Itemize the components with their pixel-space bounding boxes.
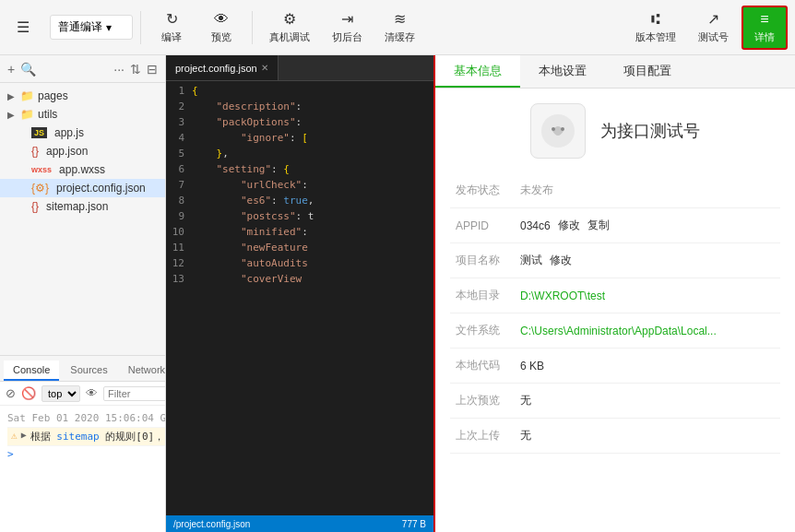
appid-copy-link[interactable]: 复制 [587, 218, 610, 233]
add-file-icon[interactable]: + [7, 62, 15, 77]
code-line-3: 3 "packOptions": [166, 116, 433, 132]
editor-tab-project-config[interactable]: project.config.json ✕ [166, 55, 279, 80]
console-log-item-2: ⚠ ▶ 根据 sitemap 的规则[0]，当前页面 [pages/index/… [7, 428, 166, 446]
appid-edit-link[interactable]: 修改 [558, 218, 580, 233]
code-size-value: 6 KB [515, 349, 780, 384]
tree-item-utils-label: utils [38, 108, 57, 121]
info-panel: 基本信息 本地设置 项目配置 为接口测试号 发布状态 [433, 55, 795, 532]
compile-label: 编译 [161, 30, 182, 44]
tree-item-appjs-label: app.js [54, 126, 84, 139]
info-content: 为接口测试号 发布状态 未发布 APPID 034c6 修改 复制 [435, 89, 795, 532]
tree-item-pages-label: pages [38, 89, 68, 102]
info-tab-local[interactable]: 本地设置 [520, 55, 605, 88]
version-label: 版本管理 [635, 30, 676, 44]
code-line-10: 10 "minified": [166, 226, 433, 242]
main-toolbar: ☰ 普通编译 ▾ ↻ 编译 👁 预览 ⚙ 真机调试 ⇥ 切后台 ≋ 清缓存 ⑆ … [0, 0, 795, 55]
version-button[interactable]: ⑆ 版本管理 [626, 7, 685, 48]
code-line-1: 1 { [166, 85, 433, 100]
bottom-console-panel: Console Sources Network Security AppData… [0, 355, 166, 532]
log-message-2: 根据 sitemap 的规则[0]，当前页面 [pages/index/inde… [30, 430, 166, 443]
miniprogram-icon [540, 112, 576, 149]
info-row-last-upload: 上次上传 无 [450, 419, 780, 454]
file-tree-toolbar: + 🔍 ··· ⇅ ⊟ [0, 55, 165, 83]
console-tab-network[interactable]: Network [119, 361, 166, 381]
clear-cache-button[interactable]: ≋ 清缓存 [375, 6, 424, 48]
local-dir-value[interactable]: D:\WXROOT\test [515, 278, 780, 313]
code-line-7: 7 "urlCheck": [166, 179, 433, 195]
tree-item-appwxss-label: app.wxss [59, 163, 105, 176]
tree-item-app-js[interactable]: JS app.js [0, 124, 165, 142]
context-select[interactable]: top [42, 385, 80, 402]
toolbar-left-section: ☰ [7, 15, 39, 40]
code-editor[interactable]: 1 { 2 "description": 3 "packOptions": 4 … [166, 81, 433, 515]
info-row-appid: APPID 034c6 修改 复制 [450, 208, 780, 243]
info-tabs: 基本信息 本地设置 项目配置 [435, 55, 795, 89]
sitemap-json-icon: {} [31, 200, 39, 213]
compiler-select-label: 普通编译 [58, 19, 102, 35]
tree-item-project-config[interactable]: {⚙} project.config.json [0, 179, 165, 197]
tree-item-app-wxss[interactable]: wxss app.wxss [0, 160, 165, 179]
collapse-icon[interactable]: ⊟ [147, 62, 158, 77]
console-tab-console[interactable]: Console [4, 361, 59, 381]
editor-panel: project.config.json ✕ 1 { 2 "description… [166, 55, 433, 532]
editor-file-path: /project.config.json [173, 519, 250, 529]
eye-filter-icon[interactable]: 👁 [86, 386, 98, 400]
preview-button[interactable]: 👁 预览 [198, 7, 244, 48]
debug-button[interactable]: ⚙ 真机调试 [260, 6, 319, 48]
debug-icon: ⚙ [283, 10, 296, 28]
project-name-label: 项目名称 [450, 243, 515, 278]
editor-tab-label: project.config.json [175, 63, 257, 74]
app-logo [530, 103, 586, 159]
separator-2 [252, 11, 253, 44]
tree-item-pages[interactable]: ▶ 📁 pages [0, 87, 165, 105]
console-output: Sat Feb 01 2020 15:06:04 GMT+0800（中国标准时间… [0, 406, 166, 532]
tree-item-sitemap[interactable]: {} sitemap.json [0, 197, 165, 216]
more-icon[interactable]: ··· [113, 62, 125, 77]
fs-value[interactable]: C:\Users\Administrator\AppData\Local... [515, 313, 780, 349]
chevron-right-icon: ▶ [7, 91, 17, 101]
info-row-name: 项目名称 测试 修改 [450, 243, 780, 278]
tree-item-app-json[interactable]: {} app.json [0, 142, 165, 160]
stop-icon[interactable]: ⊘ [6, 386, 16, 400]
compile-button[interactable]: ↻ 编译 [148, 6, 195, 48]
last-upload-value: 无 [515, 419, 780, 454]
code-line-2: 2 "description": [166, 100, 433, 116]
project-name-edit-link[interactable]: 修改 [550, 253, 572, 268]
clear-console-icon[interactable]: 🚫 [21, 386, 36, 400]
backend-button[interactable]: ⇥ 切后台 [323, 6, 372, 48]
file-tree-panel: + 🔍 ··· ⇅ ⊟ ▶ 📁 pages ▶ 📁 utils JS [0, 55, 166, 532]
last-upload-label: 上次上传 [450, 419, 515, 454]
code-line-13: 13 "coverView [166, 273, 433, 289]
editor-tabs: project.config.json ✕ [166, 55, 433, 81]
tree-item-utils[interactable]: ▶ 📁 utils [0, 105, 165, 124]
detail-button[interactable]: ≡ 详情 [742, 6, 788, 50]
compiler-select[interactable]: 普通编译 ▾ [50, 15, 133, 40]
console-tab-sources[interactable]: Sources [61, 361, 116, 381]
preview-label: 预览 [211, 30, 231, 44]
local-dir-label: 本地目录 [450, 278, 515, 313]
console-filter-input[interactable] [103, 386, 166, 401]
info-row-codesize: 本地代码 6 KB [450, 349, 780, 384]
wxss-icon: wxss [31, 165, 52, 174]
svg-point-1 [552, 127, 555, 131]
search-icon[interactable]: 🔍 [20, 62, 36, 77]
appid-actions: 034c6 修改 复制 [520, 218, 775, 233]
last-preview-value: 无 [515, 384, 780, 419]
editor-footer: /project.config.json 777 B [166, 515, 433, 532]
chevron-right-icon-utils: ▶ [7, 110, 17, 120]
compile-icon: ↻ [166, 10, 178, 28]
json-icon: {} [31, 145, 39, 158]
info-tab-basic[interactable]: 基本信息 [435, 55, 520, 88]
json-active-icon: {⚙} [31, 182, 49, 195]
version-icon: ⑆ [651, 11, 660, 28]
close-tab-icon[interactable]: ✕ [261, 63, 268, 73]
backend-icon: ⇥ [341, 10, 353, 28]
menu-button[interactable]: ☰ [7, 15, 39, 40]
info-tab-project[interactable]: 项目配置 [605, 55, 690, 88]
console-log-item-1: Sat Feb 01 2020 15:06:04 GMT+0800（中国标准时间… [7, 409, 166, 428]
sort-icon[interactable]: ⇅ [130, 62, 141, 77]
app-name-display: 为接口测试号 [600, 120, 700, 142]
eye-icon: 👁 [214, 11, 229, 28]
debug-label: 真机调试 [269, 30, 310, 44]
test-button[interactable]: ↗ 测试号 [689, 6, 738, 48]
